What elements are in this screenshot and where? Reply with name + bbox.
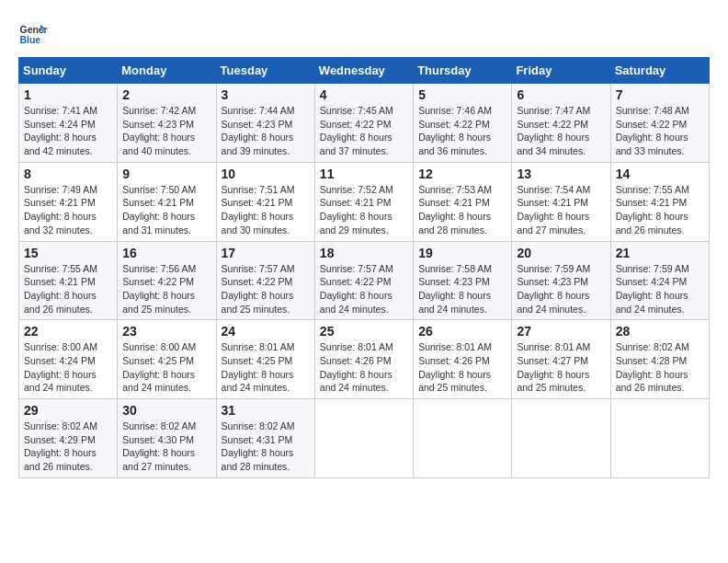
day-info: Sunrise: 7:47 AMSunset: 4:22 PMDaylight:… — [517, 104, 605, 158]
col-header-sunday: Sunday — [19, 58, 118, 84]
day-number: 24 — [222, 324, 310, 339]
day-info: Sunrise: 8:01 AMSunset: 4:26 PMDaylight:… — [320, 340, 408, 395]
day-number: 14 — [616, 167, 704, 181]
col-header-monday: Monday — [118, 58, 216, 84]
day-info: Sunrise: 8:01 AMSunset: 4:27 PMDaylight:… — [517, 340, 605, 395]
day-info: Sunrise: 8:00 AMSunset: 4:25 PMDaylight:… — [122, 340, 210, 395]
day-number: 8 — [24, 167, 112, 181]
calendar-cell: 20Sunrise: 7:59 AMSunset: 4:23 PMDayligh… — [512, 241, 610, 320]
calendar-cell: 24Sunrise: 8:01 AMSunset: 4:25 PMDayligh… — [216, 320, 314, 399]
day-number: 17 — [222, 246, 310, 260]
day-info: Sunrise: 7:46 AMSunset: 4:22 PMDaylight:… — [418, 104, 506, 158]
day-number: 2 — [122, 87, 210, 102]
day-number: 18 — [320, 246, 408, 260]
calendar-cell: 6Sunrise: 7:47 AMSunset: 4:22 PMDaylight… — [512, 84, 610, 163]
day-info: Sunrise: 7:52 AMSunset: 4:21 PMDaylight:… — [320, 183, 408, 237]
day-info: Sunrise: 7:50 AMSunset: 4:21 PMDaylight:… — [122, 183, 210, 237]
calendar-week-3: 15Sunrise: 7:55 AMSunset: 4:21 PMDayligh… — [19, 241, 710, 320]
calendar-cell — [414, 399, 512, 478]
day-info: Sunrise: 7:57 AMSunset: 4:22 PMDaylight:… — [222, 262, 310, 316]
calendar-cell: 18Sunrise: 7:57 AMSunset: 4:22 PMDayligh… — [314, 241, 413, 320]
day-number: 20 — [517, 246, 605, 260]
calendar-cell: 9Sunrise: 7:50 AMSunset: 4:21 PMDaylight… — [118, 162, 216, 241]
col-header-tuesday: Tuesday — [216, 58, 314, 84]
col-header-saturday: Saturday — [610, 58, 709, 84]
calendar-cell: 22Sunrise: 8:00 AMSunset: 4:24 PMDayligh… — [19, 320, 118, 399]
calendar-cell: 26Sunrise: 8:01 AMSunset: 4:26 PMDayligh… — [414, 320, 512, 399]
calendar-cell: 16Sunrise: 7:56 AMSunset: 4:22 PMDayligh… — [118, 241, 216, 320]
day-info: Sunrise: 8:01 AMSunset: 4:26 PMDaylight:… — [418, 340, 506, 395]
calendar-cell — [314, 399, 413, 478]
day-info: Sunrise: 7:44 AMSunset: 4:23 PMDaylight:… — [222, 104, 310, 158]
day-number: 28 — [616, 324, 704, 339]
calendar-cell: 19Sunrise: 7:58 AMSunset: 4:23 PMDayligh… — [414, 241, 512, 320]
day-number: 30 — [122, 403, 210, 418]
day-number: 11 — [320, 167, 408, 181]
calendar-table: SundayMondayTuesdayWednesdayThursdayFrid… — [18, 57, 710, 478]
calendar-cell: 13Sunrise: 7:54 AMSunset: 4:21 PMDayligh… — [512, 162, 610, 241]
day-number: 16 — [122, 246, 210, 260]
col-header-friday: Friday — [512, 58, 610, 84]
day-info: Sunrise: 7:54 AMSunset: 4:21 PMDaylight:… — [517, 183, 605, 237]
day-info: Sunrise: 7:45 AMSunset: 4:22 PMDaylight:… — [320, 104, 408, 158]
calendar-cell: 17Sunrise: 7:57 AMSunset: 4:22 PMDayligh… — [216, 241, 314, 320]
calendar-cell: 12Sunrise: 7:53 AMSunset: 4:21 PMDayligh… — [414, 162, 512, 241]
day-number: 27 — [517, 324, 605, 339]
calendar-cell — [610, 399, 709, 478]
calendar-cell: 31Sunrise: 8:02 AMSunset: 4:31 PMDayligh… — [216, 399, 314, 478]
day-number: 7 — [616, 87, 704, 102]
day-number: 23 — [122, 324, 210, 339]
calendar-cell — [512, 399, 610, 478]
calendar-cell: 4Sunrise: 7:45 AMSunset: 4:22 PMDaylight… — [314, 84, 413, 163]
day-info: Sunrise: 8:02 AMSunset: 4:30 PMDaylight:… — [122, 419, 210, 474]
day-info: Sunrise: 7:49 AMSunset: 4:21 PMDaylight:… — [24, 183, 112, 237]
calendar-cell: 15Sunrise: 7:55 AMSunset: 4:21 PMDayligh… — [19, 241, 118, 320]
calendar-cell: 29Sunrise: 8:02 AMSunset: 4:29 PMDayligh… — [19, 399, 118, 478]
header: General Blue — [18, 18, 710, 48]
day-number: 15 — [24, 246, 112, 260]
day-number: 1 — [24, 87, 112, 102]
calendar-cell: 1Sunrise: 7:41 AMSunset: 4:24 PMDaylight… — [19, 84, 118, 163]
svg-text:Blue: Blue — [20, 35, 41, 45]
day-info: Sunrise: 7:59 AMSunset: 4:23 PMDaylight:… — [517, 262, 605, 316]
calendar-cell: 2Sunrise: 7:42 AMSunset: 4:23 PMDaylight… — [118, 84, 216, 163]
day-number: 3 — [222, 87, 310, 102]
col-header-thursday: Thursday — [414, 58, 512, 84]
header-row: SundayMondayTuesdayWednesdayThursdayFrid… — [19, 58, 710, 84]
day-info: Sunrise: 7:42 AMSunset: 4:23 PMDaylight:… — [122, 104, 210, 158]
day-info: Sunrise: 8:02 AMSunset: 4:31 PMDaylight:… — [222, 419, 310, 474]
day-info: Sunrise: 7:59 AMSunset: 4:24 PMDaylight:… — [616, 262, 704, 316]
day-number: 10 — [222, 167, 310, 181]
day-number: 4 — [320, 87, 408, 102]
calendar-cell: 8Sunrise: 7:49 AMSunset: 4:21 PMDaylight… — [19, 162, 118, 241]
calendar-cell: 28Sunrise: 8:02 AMSunset: 4:28 PMDayligh… — [610, 320, 709, 399]
day-info: Sunrise: 8:02 AMSunset: 4:29 PMDaylight:… — [24, 419, 112, 474]
calendar-cell: 21Sunrise: 7:59 AMSunset: 4:24 PMDayligh… — [610, 241, 709, 320]
calendar-week-2: 8Sunrise: 7:49 AMSunset: 4:21 PMDaylight… — [19, 162, 710, 241]
calendar-cell: 11Sunrise: 7:52 AMSunset: 4:21 PMDayligh… — [314, 162, 413, 241]
day-number: 19 — [418, 246, 506, 260]
calendar-cell: 30Sunrise: 8:02 AMSunset: 4:30 PMDayligh… — [118, 399, 216, 478]
day-info: Sunrise: 7:56 AMSunset: 4:22 PMDaylight:… — [122, 262, 210, 316]
calendar-cell: 5Sunrise: 7:46 AMSunset: 4:22 PMDaylight… — [414, 84, 512, 163]
day-number: 25 — [320, 324, 408, 339]
day-info: Sunrise: 8:01 AMSunset: 4:25 PMDaylight:… — [222, 340, 310, 395]
calendar-cell: 7Sunrise: 7:48 AMSunset: 4:22 PMDaylight… — [610, 84, 709, 163]
day-info: Sunrise: 7:55 AMSunset: 4:21 PMDaylight:… — [24, 262, 112, 316]
calendar-cell: 27Sunrise: 8:01 AMSunset: 4:27 PMDayligh… — [512, 320, 610, 399]
day-info: Sunrise: 7:55 AMSunset: 4:21 PMDaylight:… — [616, 183, 704, 237]
logo-icon: General Blue — [18, 18, 48, 48]
day-info: Sunrise: 7:51 AMSunset: 4:21 PMDaylight:… — [222, 183, 310, 237]
calendar-cell: 3Sunrise: 7:44 AMSunset: 4:23 PMDaylight… — [216, 84, 314, 163]
calendar-cell: 23Sunrise: 8:00 AMSunset: 4:25 PMDayligh… — [118, 320, 216, 399]
day-number: 5 — [418, 87, 506, 102]
day-info: Sunrise: 7:53 AMSunset: 4:21 PMDaylight:… — [418, 183, 506, 237]
calendar-cell: 10Sunrise: 7:51 AMSunset: 4:21 PMDayligh… — [216, 162, 314, 241]
calendar-cell: 25Sunrise: 8:01 AMSunset: 4:26 PMDayligh… — [314, 320, 413, 399]
col-header-wednesday: Wednesday — [314, 58, 413, 84]
calendar-week-5: 29Sunrise: 8:02 AMSunset: 4:29 PMDayligh… — [19, 399, 710, 478]
day-info: Sunrise: 8:00 AMSunset: 4:24 PMDaylight:… — [24, 340, 112, 395]
day-info: Sunrise: 7:41 AMSunset: 4:24 PMDaylight:… — [24, 104, 112, 158]
day-number: 13 — [517, 167, 605, 181]
day-info: Sunrise: 7:58 AMSunset: 4:23 PMDaylight:… — [418, 262, 506, 316]
